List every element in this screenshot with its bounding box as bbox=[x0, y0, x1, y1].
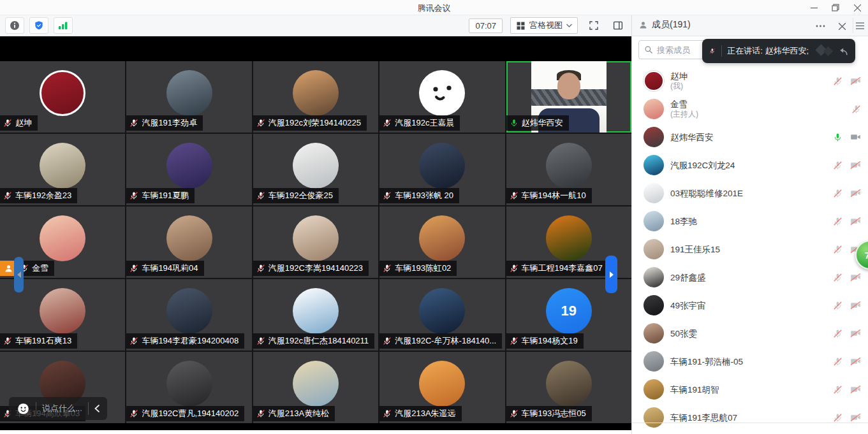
mic-muted-icon bbox=[510, 264, 519, 273]
mic-muted-icon bbox=[129, 409, 138, 418]
side-panel-toggle-button[interactable] bbox=[610, 17, 626, 34]
tile-name-bar: 车辆194杨文19 bbox=[506, 333, 584, 349]
camera-muted-icon bbox=[850, 217, 861, 226]
video-grid-area: 赵坤汽服191李劲卓汽服192c刘荣194140225汽服192c王嘉晨赵炜华西… bbox=[0, 36, 631, 430]
participant-name-chip: 汽服192C曹凡,194140202 bbox=[126, 406, 244, 421]
member-row[interactable]: 18李驰 bbox=[632, 207, 868, 235]
avatar bbox=[419, 215, 465, 261]
camera-on-icon bbox=[850, 133, 861, 141]
member-row[interactable]: 191王佳乐15 bbox=[632, 235, 868, 263]
participant-name: 汽服192C李嵩194140223 bbox=[268, 263, 363, 274]
participant-name: 车辆194李君豪194200408 bbox=[142, 335, 239, 347]
members-panel-title: 成员(191) bbox=[652, 19, 691, 31]
video-tile[interactable]: 汽服192C-牟万林-184140... bbox=[379, 279, 504, 351]
member-row[interactable]: 车辆191-郭浩楠-05 bbox=[632, 347, 868, 375]
avatar bbox=[40, 143, 85, 189]
member-name: 49张宇宙 bbox=[670, 300, 706, 311]
quick-chat-bar[interactable]: 说点什么... bbox=[9, 397, 107, 420]
minimize-button[interactable] bbox=[803, 0, 825, 15]
participant-name-chip: 赵坤 bbox=[0, 115, 38, 131]
camera-muted-icon bbox=[850, 76, 861, 85]
avatar bbox=[644, 351, 664, 372]
grid-view-icon bbox=[516, 21, 526, 31]
previous-page-arrow[interactable] bbox=[14, 257, 24, 293]
member-row[interactable]: 赵炜华西安 bbox=[632, 123, 868, 151]
tile-name-bar: 汽服192c王嘉晨 bbox=[379, 115, 460, 131]
video-tile[interactable]: 汽服213A朱遥远 bbox=[379, 352, 504, 423]
close-panel-icon bbox=[839, 23, 846, 30]
member-icon bbox=[638, 20, 648, 30]
member-row[interactable]: 50张雯 bbox=[632, 319, 868, 347]
video-tile[interactable]: 汽服213A黄纯松 bbox=[253, 352, 378, 423]
video-tile[interactable]: 车辆192余盈23 bbox=[0, 134, 125, 205]
collapse-chat-icon[interactable] bbox=[94, 405, 99, 412]
network-status-button[interactable] bbox=[54, 17, 73, 34]
tile-name-bar: 车辆工程194李嘉鑫07 bbox=[506, 261, 608, 276]
chat-input-placeholder[interactable]: 说点什么... bbox=[42, 403, 82, 414]
video-tile[interactable]: 车辆193冯志恒05 bbox=[506, 352, 631, 423]
video-tile[interactable]: 赵坤 bbox=[0, 61, 125, 133]
mic-muted-icon bbox=[833, 357, 842, 366]
tile-name-bar: 汽服192c刘荣194140225 bbox=[253, 115, 367, 131]
video-tile[interactable]: 车辆192仝俊豪25 bbox=[253, 134, 378, 205]
meeting-info-button[interactable] bbox=[5, 17, 24, 34]
participant-name-chip: 车辆193张帆 20 bbox=[379, 188, 459, 203]
video-tile[interactable]: 汽服192C李嵩194140223 bbox=[253, 206, 378, 278]
video-tile[interactable]: 车辆191夏鹏 bbox=[126, 134, 251, 205]
avatar bbox=[166, 361, 212, 407]
member-row[interactable]: 49张宇宙 bbox=[632, 291, 868, 319]
avatar bbox=[40, 288, 85, 334]
video-tile[interactable]: 赵炜华西安 bbox=[506, 61, 631, 133]
participant-name: 赵炜华西安 bbox=[522, 117, 563, 129]
member-row[interactable]: 车辆191胡智 bbox=[632, 375, 868, 403]
docs-logo-icon bbox=[814, 43, 837, 59]
member-row[interactable]: 车辆191李思航07 bbox=[632, 403, 868, 431]
video-tile[interactable]: 汽服192c王嘉晨 bbox=[379, 61, 504, 133]
more-options-button[interactable] bbox=[812, 18, 828, 34]
video-tile[interactable]: 车辆194巩莉04 bbox=[126, 206, 251, 278]
video-tile[interactable]: 汽服192c唐仁杰184140211 bbox=[253, 279, 378, 351]
close-button[interactable] bbox=[846, 0, 868, 15]
member-name: 车辆191-郭浩楠-05 bbox=[670, 356, 743, 367]
reply-arrow-icon bbox=[837, 47, 848, 56]
member-row[interactable]: 汽服192C刘龙24 bbox=[632, 151, 868, 179]
mic-muted-icon bbox=[510, 336, 519, 345]
video-tile[interactable]: 车辆194李君豪194200408 bbox=[126, 279, 251, 351]
video-tile[interactable]: 车辆193张帆 20 bbox=[379, 134, 504, 205]
mic-muted-icon bbox=[129, 264, 138, 273]
security-button[interactable] bbox=[29, 17, 48, 34]
member-row[interactable]: 金雪(主持人) bbox=[632, 95, 868, 123]
restore-button[interactable] bbox=[825, 0, 846, 15]
mic-muted-icon bbox=[510, 191, 519, 200]
meeting-toolbar: 07:07 宫格视图 bbox=[0, 15, 631, 36]
panel-menu-button[interactable] bbox=[853, 18, 867, 33]
next-page-arrow[interactable] bbox=[605, 256, 617, 293]
video-tile[interactable]: 车辆193陈虹02 bbox=[379, 206, 504, 278]
emoji-icon[interactable] bbox=[17, 402, 30, 416]
member-row[interactable]: 03程聪聪维修201E bbox=[632, 179, 868, 207]
fullscreen-button[interactable] bbox=[585, 17, 602, 34]
participant-name: 金雪 bbox=[32, 263, 48, 274]
participant-name-chip: 车辆194李君豪194200408 bbox=[126, 333, 244, 349]
view-mode-dropdown[interactable]: 宫格视图 bbox=[510, 17, 578, 34]
avatar bbox=[644, 211, 664, 231]
video-tile[interactable]: 汽服192c刘荣194140225 bbox=[253, 61, 378, 133]
participant-name: 车辆191石爽13 bbox=[15, 335, 71, 347]
member-row[interactable]: 29舒鑫盛 bbox=[632, 263, 868, 291]
video-tile[interactable]: 汽服191李劲卓 bbox=[126, 61, 251, 133]
shield-icon bbox=[34, 20, 44, 31]
participant-name: 汽服192c王嘉晨 bbox=[395, 117, 454, 129]
member-row[interactable]: 赵坤(我) bbox=[632, 67, 868, 95]
video-tile[interactable]: 车辆194林一航10 bbox=[506, 134, 631, 205]
members-panel: 正在讲话: 赵炜华西安; 赵坤(我)金雪(主持人)赵炜华西安汽服192C刘龙24… bbox=[631, 36, 868, 434]
mic-muted-icon bbox=[833, 385, 842, 394]
member-name: 赵炜华西安 bbox=[670, 132, 714, 143]
video-tile[interactable]: 汽服192C曹凡,194140202 bbox=[126, 352, 251, 423]
member-name: 赵坤 bbox=[670, 71, 688, 82]
mic-muted-icon bbox=[3, 119, 12, 127]
participant-name-chip: 车辆192仝俊豪25 bbox=[253, 188, 339, 203]
close-panel-button[interactable] bbox=[834, 18, 850, 34]
avatar bbox=[419, 288, 465, 334]
avatar bbox=[40, 215, 85, 261]
mic-muted-icon bbox=[833, 76, 842, 86]
